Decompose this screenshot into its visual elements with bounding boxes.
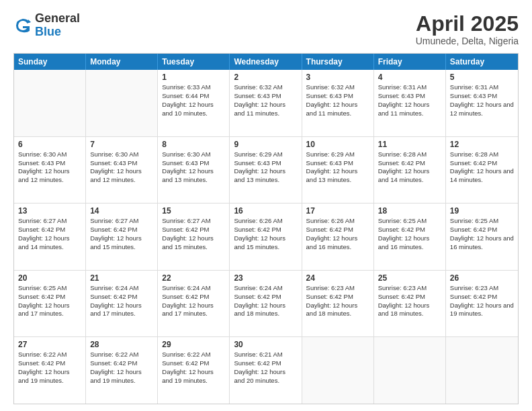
cell-info: Sunrise: 6:23 AM Sunset: 6:42 PM Dayligh…	[450, 284, 514, 318]
logo-text: General Blue	[35, 12, 80, 39]
cell-info: Sunrise: 6:32 AM Sunset: 6:43 PM Dayligh…	[234, 83, 297, 118]
calendar-cell: 21Sunrise: 6:24 AM Sunset: 6:42 PM Dayli…	[86, 271, 158, 337]
day-number: 14	[90, 206, 153, 216]
col-saturday: Saturday	[446, 54, 518, 70]
calendar-cell: 14Sunrise: 6:27 AM Sunset: 6:42 PM Dayli…	[86, 203, 158, 270]
day-number: 29	[162, 340, 225, 349]
day-number: 30	[234, 340, 297, 349]
day-number: 4	[378, 73, 441, 82]
cell-info: Sunrise: 6:30 AM Sunset: 6:43 PM Dayligh…	[18, 150, 81, 185]
calendar-cell: 2Sunrise: 6:32 AM Sunset: 6:43 PM Daylig…	[230, 70, 302, 136]
col-tuesday: Tuesday	[158, 54, 230, 70]
day-number: 23	[234, 273, 297, 283]
cell-info: Sunrise: 6:26 AM Sunset: 6:42 PM Dayligh…	[234, 217, 297, 251]
day-number: 10	[306, 140, 369, 149]
calendar-cell: 3Sunrise: 6:32 AM Sunset: 6:43 PM Daylig…	[302, 70, 374, 136]
day-number: 17	[306, 206, 369, 216]
calendar-row: 27Sunrise: 6:22 AM Sunset: 6:42 PM Dayli…	[14, 337, 518, 404]
calendar-cell: 7Sunrise: 6:30 AM Sunset: 6:43 PM Daylig…	[86, 137, 158, 203]
day-number: 21	[90, 273, 153, 283]
col-thursday: Thursday	[302, 54, 374, 70]
cell-info: Sunrise: 6:24 AM Sunset: 6:42 PM Dayligh…	[234, 284, 297, 318]
cell-info: Sunrise: 6:28 AM Sunset: 6:42 PM Dayligh…	[378, 150, 441, 185]
calendar-cell: 25Sunrise: 6:23 AM Sunset: 6:42 PM Dayli…	[374, 271, 446, 337]
day-number: 9	[234, 140, 297, 149]
day-number: 18	[378, 206, 441, 216]
calendar-cell: 15Sunrise: 6:27 AM Sunset: 6:42 PM Dayli…	[158, 203, 230, 270]
calendar-row: 1Sunrise: 6:33 AM Sunset: 6:44 PM Daylig…	[14, 70, 518, 137]
calendar-cell: 8Sunrise: 6:30 AM Sunset: 6:43 PM Daylig…	[158, 137, 230, 203]
calendar-cell: 19Sunrise: 6:25 AM Sunset: 6:42 PM Dayli…	[446, 203, 518, 270]
calendar-cell: 9Sunrise: 6:29 AM Sunset: 6:43 PM Daylig…	[230, 137, 302, 203]
calendar-cell	[302, 337, 374, 404]
day-number: 20	[18, 273, 81, 283]
calendar-cell	[86, 70, 158, 136]
col-monday: Monday	[86, 54, 158, 70]
location: Umunede, Delta, Nigeria	[416, 36, 519, 46]
day-number: 19	[450, 206, 514, 216]
day-number: 7	[90, 140, 153, 149]
calendar-cell: 10Sunrise: 6:29 AM Sunset: 6:43 PM Dayli…	[302, 137, 374, 203]
logo-icon	[13, 16, 32, 35]
day-number: 8	[162, 140, 225, 149]
cell-info: Sunrise: 6:23 AM Sunset: 6:42 PM Dayligh…	[306, 284, 369, 318]
cell-info: Sunrise: 6:31 AM Sunset: 6:43 PM Dayligh…	[450, 83, 514, 118]
calendar-cell: 28Sunrise: 6:22 AM Sunset: 6:42 PM Dayli…	[86, 337, 158, 404]
calendar-row: 13Sunrise: 6:27 AM Sunset: 6:42 PM Dayli…	[14, 203, 518, 271]
cell-info: Sunrise: 6:27 AM Sunset: 6:42 PM Dayligh…	[90, 217, 153, 251]
month-year: April 2025	[416, 12, 519, 36]
cell-info: Sunrise: 6:33 AM Sunset: 6:44 PM Dayligh…	[162, 83, 225, 118]
day-number: 16	[234, 206, 297, 216]
calendar-cell: 23Sunrise: 6:24 AM Sunset: 6:42 PM Dayli…	[230, 271, 302, 337]
day-number: 28	[90, 340, 153, 349]
calendar-cell: 30Sunrise: 6:21 AM Sunset: 6:42 PM Dayli…	[230, 337, 302, 404]
calendar-cell: 18Sunrise: 6:25 AM Sunset: 6:42 PM Dayli…	[374, 203, 446, 270]
header: General Blue April 2025 Umunede, Delta, …	[13, 12, 519, 46]
calendar-cell: 12Sunrise: 6:28 AM Sunset: 6:42 PM Dayli…	[446, 137, 518, 203]
cell-info: Sunrise: 6:23 AM Sunset: 6:42 PM Dayligh…	[378, 284, 441, 318]
cell-info: Sunrise: 6:24 AM Sunset: 6:42 PM Dayligh…	[162, 284, 225, 318]
title-block: April 2025 Umunede, Delta, Nigeria	[416, 12, 519, 46]
calendar-row: 20Sunrise: 6:25 AM Sunset: 6:42 PM Dayli…	[14, 271, 518, 338]
day-number: 27	[18, 340, 81, 349]
cell-info: Sunrise: 6:30 AM Sunset: 6:43 PM Dayligh…	[90, 150, 153, 185]
col-friday: Friday	[374, 54, 446, 70]
calendar-cell: 13Sunrise: 6:27 AM Sunset: 6:42 PM Dayli…	[14, 203, 86, 270]
cell-info: Sunrise: 6:26 AM Sunset: 6:42 PM Dayligh…	[306, 217, 369, 251]
day-number: 6	[18, 140, 81, 149]
day-number: 25	[378, 273, 441, 283]
calendar-cell: 4Sunrise: 6:31 AM Sunset: 6:43 PM Daylig…	[374, 70, 446, 136]
calendar-cell	[374, 337, 446, 404]
day-number: 13	[18, 206, 81, 216]
cell-info: Sunrise: 6:25 AM Sunset: 6:42 PM Dayligh…	[378, 217, 441, 251]
day-number: 15	[162, 206, 225, 216]
col-sunday: Sunday	[14, 54, 86, 70]
logo: General Blue	[13, 12, 80, 39]
cell-info: Sunrise: 6:21 AM Sunset: 6:42 PM Dayligh…	[234, 351, 297, 385]
cell-info: Sunrise: 6:31 AM Sunset: 6:43 PM Dayligh…	[378, 83, 441, 118]
day-number: 5	[450, 73, 514, 82]
calendar-cell: 5Sunrise: 6:31 AM Sunset: 6:43 PM Daylig…	[446, 70, 518, 136]
calendar-cell: 26Sunrise: 6:23 AM Sunset: 6:42 PM Dayli…	[446, 271, 518, 337]
cell-info: Sunrise: 6:32 AM Sunset: 6:43 PM Dayligh…	[306, 83, 369, 118]
cell-info: Sunrise: 6:30 AM Sunset: 6:43 PM Dayligh…	[162, 150, 225, 185]
calendar-cell: 1Sunrise: 6:33 AM Sunset: 6:44 PM Daylig…	[158, 70, 230, 136]
calendar-cell: 16Sunrise: 6:26 AM Sunset: 6:42 PM Dayli…	[230, 203, 302, 270]
page: General Blue April 2025 Umunede, Delta, …	[0, 0, 532, 411]
calendar-cell: 29Sunrise: 6:22 AM Sunset: 6:42 PM Dayli…	[158, 337, 230, 404]
day-number: 12	[450, 140, 514, 149]
day-number: 3	[306, 73, 369, 82]
calendar-cell: 24Sunrise: 6:23 AM Sunset: 6:42 PM Dayli…	[302, 271, 374, 337]
calendar: Sunday Monday Tuesday Wednesday Thursday…	[13, 53, 519, 404]
calendar-cell: 17Sunrise: 6:26 AM Sunset: 6:42 PM Dayli…	[302, 203, 374, 270]
day-number: 26	[450, 273, 514, 283]
cell-info: Sunrise: 6:24 AM Sunset: 6:42 PM Dayligh…	[90, 284, 153, 318]
cell-info: Sunrise: 6:27 AM Sunset: 6:42 PM Dayligh…	[162, 217, 225, 251]
cell-info: Sunrise: 6:22 AM Sunset: 6:42 PM Dayligh…	[90, 351, 153, 385]
calendar-row: 6Sunrise: 6:30 AM Sunset: 6:43 PM Daylig…	[14, 137, 518, 204]
cell-info: Sunrise: 6:29 AM Sunset: 6:43 PM Dayligh…	[234, 150, 297, 185]
day-number: 22	[162, 273, 225, 283]
calendar-cell: 22Sunrise: 6:24 AM Sunset: 6:42 PM Dayli…	[158, 271, 230, 337]
calendar-cell	[14, 70, 86, 136]
cell-info: Sunrise: 6:22 AM Sunset: 6:42 PM Dayligh…	[162, 351, 225, 385]
